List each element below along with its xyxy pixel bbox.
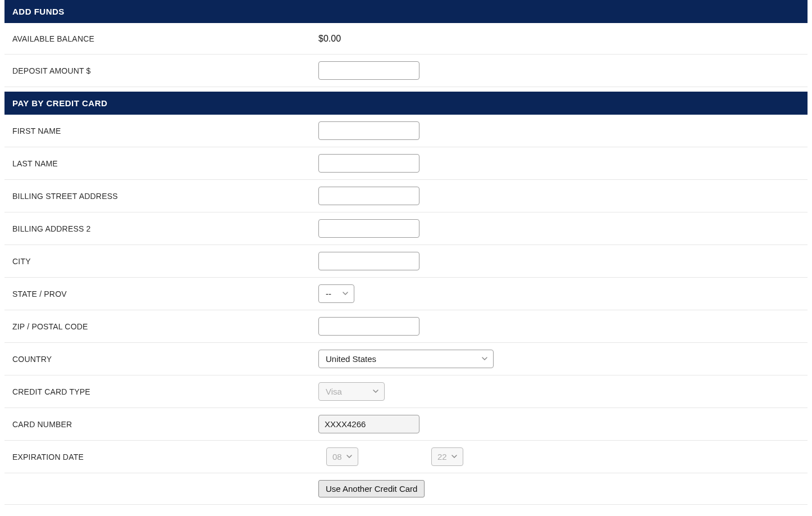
country-select[interactable]: United States: [318, 350, 494, 368]
country-label: COUNTRY: [12, 355, 318, 364]
card-number-label: CARD NUMBER: [12, 420, 318, 429]
zip-input[interactable]: [318, 317, 419, 336]
exp-month-select: 08: [326, 447, 358, 466]
row-city: CITY: [4, 245, 808, 278]
row-expiration: EXPIRATION DATE 08 22: [4, 441, 808, 473]
city-label: CITY: [12, 257, 318, 266]
state-select-wrap: --: [318, 284, 354, 303]
row-card-number: CARD NUMBER: [4, 408, 808, 441]
available-balance-value: $0.00: [318, 34, 341, 44]
cc-type-label: CREDIT CARD TYPE: [12, 387, 318, 396]
city-input[interactable]: [318, 252, 419, 270]
available-balance-label: AVAILABLE BALANCE: [12, 34, 318, 43]
row-billing-street: BILLING STREET ADDRESS: [4, 180, 808, 212]
row-available-balance: AVAILABLE BALANCE $0.00: [4, 23, 808, 55]
zip-label: ZIP / POSTAL CODE: [12, 322, 318, 331]
deposit-amount-input[interactable]: [318, 61, 419, 80]
last-name-input[interactable]: [318, 154, 419, 173]
row-country: COUNTRY United States: [4, 343, 808, 375]
row-cc-type: CREDIT CARD TYPE Visa: [4, 375, 808, 408]
row-state: STATE / PROV --: [4, 278, 808, 310]
billing-address-2-input[interactable]: [318, 219, 419, 238]
billing-street-label: BILLING STREET ADDRESS: [12, 192, 318, 201]
card-number-input: [318, 415, 419, 433]
row-billing-address-2: BILLING ADDRESS 2: [4, 212, 808, 245]
row-zip: ZIP / POSTAL CODE: [4, 310, 808, 343]
section-header-pay-by-cc: PAY BY CREDIT CARD: [4, 92, 808, 115]
country-select-wrap: United States: [318, 350, 494, 368]
cc-type-select-wrap: Visa: [318, 382, 385, 401]
add-funds-form: ADD FUNDS AVAILABLE BALANCE $0.00 DEPOSI…: [0, 0, 812, 516]
first-name-input[interactable]: [318, 121, 419, 140]
expiration-label: EXPIRATION DATE: [12, 452, 318, 461]
use-another-card-button[interactable]: Use Another Credit Card: [318, 480, 425, 497]
last-name-label: LAST NAME: [12, 159, 318, 168]
state-select[interactable]: --: [318, 284, 354, 303]
row-first-name: FIRST NAME: [4, 115, 808, 147]
exp-month-wrap: 08: [326, 447, 358, 466]
cc-type-select: Visa: [318, 382, 385, 401]
state-label: STATE / PROV: [12, 289, 318, 298]
billing-address-2-label: BILLING ADDRESS 2: [12, 224, 318, 233]
row-use-another-card: Use Another Credit Card: [4, 473, 808, 505]
exp-year-wrap: 22: [431, 447, 463, 466]
section-header-add-funds: ADD FUNDS: [4, 0, 808, 23]
billing-street-input[interactable]: [318, 187, 419, 205]
first-name-label: FIRST NAME: [12, 126, 318, 135]
deposit-amount-label: DEPOSIT AMOUNT $: [12, 66, 318, 75]
row-last-name: LAST NAME: [4, 147, 808, 180]
row-deposit-amount: DEPOSIT AMOUNT $: [4, 55, 808, 87]
exp-year-select: 22: [431, 447, 463, 466]
